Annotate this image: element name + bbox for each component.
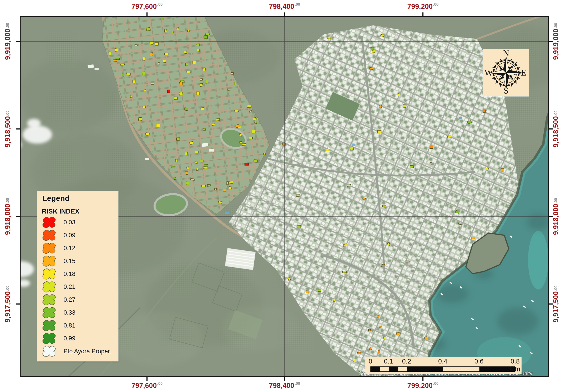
- legend-swatch-icon: [41, 333, 58, 345]
- grid-label-left: 9,919,000.00: [3, 7, 12, 75]
- legend-item: 0.99: [37, 332, 118, 345]
- legend-item: 0.03: [37, 216, 118, 229]
- legend-item-label: 0.33: [58, 309, 76, 316]
- grid-label-left: 9,918,000.00: [3, 182, 12, 250]
- grid-label-bottom: 797,600.00: [131, 381, 163, 390]
- scalebar-label: 0.4: [438, 358, 447, 365]
- grid-label-top: 798,400.00: [269, 2, 300, 11]
- scalebar-label: 0: [369, 358, 372, 365]
- legend-item: 0.33: [37, 306, 118, 319]
- legend-swatch-icon: [41, 268, 58, 280]
- legend-item-label: 0.99: [58, 335, 76, 342]
- legend-swatch-icon: [41, 281, 58, 293]
- legend-item-label: Pto Ayora Proper.: [58, 348, 111, 355]
- legend-item-label: 0.27: [58, 296, 76, 303]
- scalebar-segment: [389, 367, 398, 371]
- grid-label-right: 9,918,500.00: [551, 95, 560, 163]
- legend-item: 0.09: [37, 229, 118, 242]
- compass-label-north: N: [503, 49, 509, 58]
- legend-swatch-icon: [41, 320, 58, 332]
- legend-title: Legend: [42, 194, 118, 203]
- legend-swatch-icon: [41, 307, 58, 319]
- grid-label-right: 9,919,000.00: [551, 7, 560, 75]
- legend-item-label: 0.15: [58, 258, 76, 265]
- compass-label-west: W: [484, 67, 493, 78]
- grid-label-bottom: 799,200.00: [407, 381, 439, 390]
- legend-item-label: 0.03: [58, 219, 76, 226]
- legend-item-label: 0.81: [58, 322, 76, 329]
- compass-rose-icon: NESW: [483, 49, 529, 96]
- scalebar-segment: [398, 367, 407, 371]
- legend-item-label: 0.18: [58, 270, 76, 278]
- legend-swatch-icon: [41, 216, 58, 229]
- scalebar-label: 0.2: [402, 358, 411, 365]
- scalebar-segment: [380, 367, 389, 371]
- legend-swatch-icon: [41, 255, 58, 267]
- legend-item: 0.15: [37, 255, 118, 267]
- grid-label-bottom: 798,400.00: [269, 381, 300, 390]
- legend-swatch-icon: [41, 294, 58, 306]
- legend-item: 0.21: [37, 280, 118, 293]
- scalebar-segment: [407, 367, 443, 371]
- scalebar-segment: [443, 367, 480, 371]
- legend-item: 0.18: [37, 267, 118, 280]
- scalebar-label: 0.8: [511, 358, 520, 365]
- compass-panel: NESW: [483, 49, 529, 96]
- legend-panel: Legend RISK INDEX 0.030.090.120.150.180.…: [37, 191, 118, 361]
- grid-label-top: 797,600.00: [131, 2, 163, 11]
- legend-item: Pto Ayora Proper.: [37, 345, 118, 358]
- legend-item: 0.81: [37, 319, 118, 332]
- scalebar-label: 0.6: [474, 358, 483, 365]
- scalebar-unit: Km: [509, 365, 521, 373]
- compass-label-south: S: [504, 85, 509, 96]
- scalebar-panel: 00.10.20.40.60.8 Km: [365, 357, 522, 374]
- legend-swatch-icon: [41, 345, 58, 358]
- legend-swatch-icon: [41, 229, 58, 242]
- scalebar: [371, 366, 515, 372]
- grid-label-left: 9,918,500.00: [3, 95, 12, 163]
- scalebar-segment: [371, 367, 380, 371]
- map-layout-page: 797,600.00797,600.00798,400.00798,400.00…: [0, 0, 564, 392]
- legend-item-label: 0.09: [58, 232, 76, 239]
- grid-label-top: 799,200.00: [407, 2, 439, 11]
- legend-item-label: 0.12: [58, 245, 76, 252]
- grid-label-right: 9,917,500.00: [551, 270, 560, 338]
- legend-item-label: 0.21: [58, 283, 76, 290]
- compass-label-east: E: [521, 67, 526, 78]
- grid-label-right: 9,918,000.00: [551, 182, 560, 250]
- legend-item: 0.12: [37, 242, 118, 255]
- risk-index-heading: RISK INDEX: [42, 208, 118, 215]
- legend-item: 0.27: [37, 293, 118, 306]
- legend-rows: 0.030.090.120.150.180.210.270.330.810.99…: [37, 216, 118, 358]
- legend-swatch-icon: [41, 242, 58, 254]
- scalebar-label: 0.1: [384, 358, 393, 365]
- grid-label-left: 9,917,500.00: [3, 270, 12, 338]
